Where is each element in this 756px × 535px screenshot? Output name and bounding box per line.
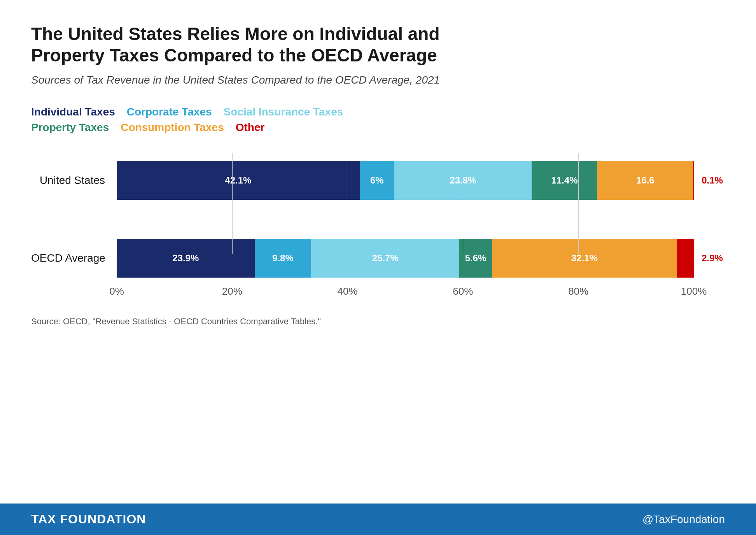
segment-label: 16.6 xyxy=(636,175,654,186)
bar-segment: 9.8% xyxy=(255,239,311,278)
bar-row-label: OECD Average xyxy=(31,252,117,264)
legend-item: Consumption Taxes xyxy=(121,121,224,134)
footer-brand: TAX FOUNDATION xyxy=(31,512,146,526)
grid-line xyxy=(694,153,694,254)
segment-label: 42.1% xyxy=(225,175,251,186)
source-text: Source: OECD, "Revenue Statistics - OECD… xyxy=(31,316,725,327)
legend-item: Other xyxy=(236,121,265,134)
bar-segment: 16.6 xyxy=(597,161,693,200)
bar-segment: 23.8% xyxy=(394,161,532,200)
x-axis-label: 0% xyxy=(109,285,124,297)
segment-label: 23.9% xyxy=(172,253,199,264)
segment-label: 11.4% xyxy=(551,175,578,186)
segment-label: 6% xyxy=(370,175,384,186)
segment-label: 5.6% xyxy=(465,253,486,264)
segment-label: 23.8% xyxy=(450,175,476,186)
bar-track: 42.1%6%23.8%11.4%16.60.1% xyxy=(117,161,694,200)
legend-item: Social Insurance Taxes xyxy=(224,106,343,118)
footer: TAX FOUNDATION @TaxFoundation xyxy=(0,504,756,535)
segment-label: 9.8% xyxy=(272,253,294,264)
legend-item: Corporate Taxes xyxy=(127,106,212,118)
bar-segment: 42.1% xyxy=(117,161,360,200)
segment-label-outside: 0.1% xyxy=(702,175,723,186)
x-axis-label: 40% xyxy=(338,285,358,297)
bar-segment: 25.7% xyxy=(311,239,459,278)
bar-segment: 2.9% xyxy=(677,239,694,278)
x-axis-label: 100% xyxy=(681,285,707,297)
bar-track: 23.9%9.8%25.7%5.6%32.1%2.9% xyxy=(117,239,694,278)
x-axis-label: 60% xyxy=(453,285,473,297)
bar-segment: 23.9% xyxy=(117,239,255,278)
bar-segment: 5.6% xyxy=(459,239,492,278)
segment-label-outside: 2.9% xyxy=(702,253,723,264)
legend-item: Property Taxes xyxy=(31,121,109,134)
bar-segment: 11.4% xyxy=(532,161,597,200)
bar-segment: 6% xyxy=(360,161,394,200)
x-axis-label: 20% xyxy=(222,285,242,297)
bar-segment: 0.1% xyxy=(693,161,693,200)
chart-area: United States42.1%6%23.8%11.4%16.60.1%OE… xyxy=(117,153,694,301)
x-axis-label: 80% xyxy=(568,285,588,297)
bar-segment: 32.1% xyxy=(492,239,677,278)
segment-label: 32.1% xyxy=(571,253,598,264)
bar-row: United States42.1%6%23.8%11.4%16.60.1% xyxy=(117,161,694,200)
bar-row: OECD Average23.9%9.8%25.7%5.6%32.1%2.9% xyxy=(117,239,694,278)
bar-row-label: United States xyxy=(31,174,117,187)
segment-label: 25.7% xyxy=(372,253,399,264)
chart-subtitle: Sources of Tax Revenue in the United Sta… xyxy=(31,74,725,86)
footer-handle: @TaxFoundation xyxy=(642,513,725,526)
chart-title: The United States Relies More on Individ… xyxy=(31,23,459,66)
bars-container: United States42.1%6%23.8%11.4%16.60.1%OE… xyxy=(117,153,694,278)
legend-item: Individual Taxes xyxy=(31,106,115,118)
legend: Individual TaxesCorporate TaxesSocial In… xyxy=(31,106,725,134)
